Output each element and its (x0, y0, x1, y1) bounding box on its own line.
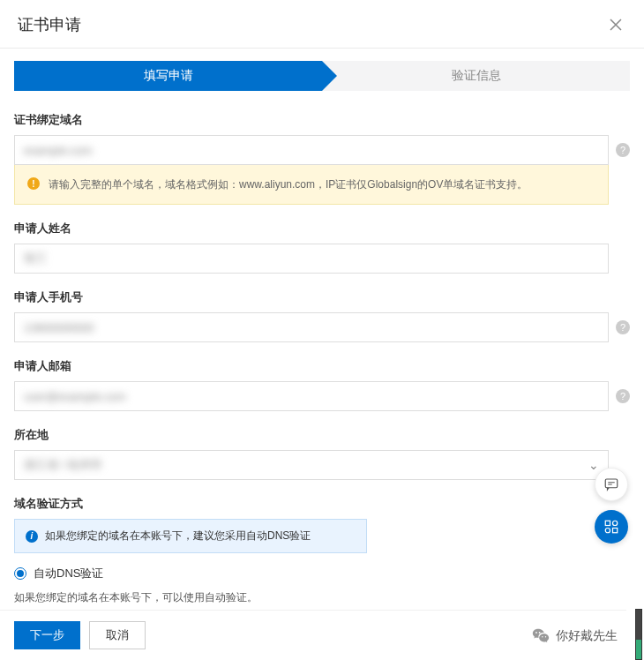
select-location[interactable]: 浙江省 / 杭州市 ⌄ (14, 450, 609, 480)
field-location: 所在地 浙江省 / 杭州市 ⌄ (14, 427, 630, 480)
field-domain: 证书绑定域名 example.com ? ! 请输入完整的单个域名，域名格式例如… (14, 112, 630, 205)
form-scroll-area[interactable]: 填写申请 验证信息 证书绑定域名 example.com ? ! 请输入完整的单… (0, 49, 644, 606)
radio-hint: 如果您绑定的域名在本账号下，可以使用自动验证。 (14, 590, 630, 605)
next-button[interactable]: 下一步 (14, 621, 80, 649)
svg-point-3 (613, 521, 618, 525)
wechat-name: 你好戴先生 (556, 628, 618, 644)
info-icon: i (26, 530, 38, 543)
warning-icon: ! (27, 177, 40, 190)
svg-rect-2 (613, 529, 618, 533)
label-email: 申请人邮箱 (14, 358, 630, 374)
dialog-title: 证书申请 (18, 14, 81, 35)
chevron-down-icon: ⌄ (588, 458, 599, 472)
apps-icon (603, 519, 619, 535)
svg-rect-0 (605, 479, 618, 488)
chat-icon (603, 476, 619, 492)
label-domain: 证书绑定域名 (14, 112, 630, 128)
step-fill-application[interactable]: 填写申请 (14, 61, 322, 91)
label-location: 所在地 (14, 427, 630, 443)
domain-alert: ! 请输入完整的单个域名，域名格式例如：www.aliyun.com，IP证书仅… (14, 164, 609, 205)
label-verify: 域名验证方式 (14, 496, 630, 512)
verify-radio-group: 自动DNS验证 如果您绑定的域名在本账号下，可以使用自动验证。 手工DNS验证 (14, 566, 630, 606)
label-phone: 申请人手机号 (14, 289, 630, 305)
step-verify-info[interactable]: 验证信息 (322, 61, 630, 91)
field-name: 申请人姓名 张三 (14, 221, 630, 274)
chat-fab[interactable] (595, 468, 628, 501)
svg-point-4 (605, 529, 610, 533)
help-icon[interactable]: ? (616, 389, 630, 403)
cancel-button[interactable]: 取消 (89, 621, 146, 649)
verify-info-box: i 如果您绑定的域名在本账号下，建议您采用自动DNS验证 (14, 519, 367, 553)
alert-text: 请输入完整的单个域名，域名格式例如：www.aliyun.com，IP证书仅Gl… (49, 176, 528, 193)
input-phone[interactable]: 13800000000 (14, 312, 609, 342)
svg-rect-1 (605, 521, 610, 525)
info-text: 如果您绑定的域名在本账号下，建议您采用自动DNS验证 (45, 529, 311, 544)
close-button[interactable] (605, 14, 626, 35)
wechat-icon (531, 626, 550, 646)
field-email: 申请人邮箱 user@example.com ? (14, 358, 630, 411)
radio-label: 自动DNS验证 (34, 566, 103, 581)
input-name[interactable]: 张三 (14, 244, 609, 274)
radio-auto-dns[interactable]: 自动DNS验证 (14, 566, 630, 581)
step-indicator: 填写申请 验证信息 (14, 61, 630, 91)
close-icon (609, 18, 623, 32)
field-phone: 申请人手机号 13800000000 ? (14, 289, 630, 342)
input-domain[interactable]: example.com (14, 135, 609, 165)
wechat-attribution: 你好戴先生 (531, 626, 618, 646)
apps-fab[interactable] (595, 510, 628, 544)
audio-meter-icon (635, 609, 642, 660)
help-icon[interactable]: ? (616, 143, 630, 157)
radio-input (14, 567, 26, 580)
input-email[interactable]: user@example.com (14, 381, 609, 411)
dialog-header: 证书申请 (0, 0, 644, 49)
field-verify-method: 域名验证方式 i 如果您绑定的域名在本账号下，建议您采用自动DNS验证 自动DN… (14, 496, 630, 606)
label-name: 申请人姓名 (14, 221, 630, 236)
help-icon[interactable]: ? (616, 320, 630, 334)
